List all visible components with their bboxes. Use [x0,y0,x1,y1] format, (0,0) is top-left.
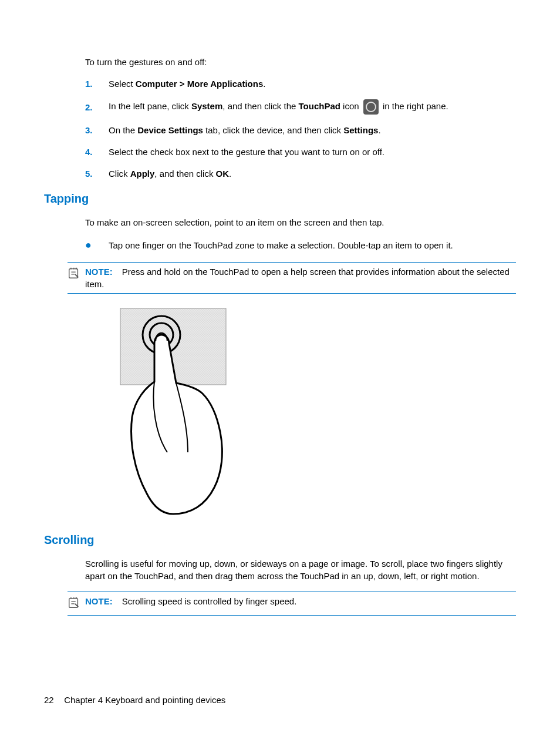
steps-list: 1. Select Computer > More Applications. … [85,78,516,180]
step-3: 3. On the Device Settings tab, click the… [85,124,516,136]
step-1: 1. Select Computer > More Applications. [85,78,516,90]
step-5: 5. Click Apply, and then click OK. [85,167,516,180]
bullet-text: Tap one finger on the TouchPad zone to m… [109,239,453,251]
tapping-heading: Tapping [44,190,516,207]
page-content: To turn the gestures on and off: 1. Sele… [44,56,516,625]
note-content: NOTE:Press and hold on the TouchPad to o… [85,266,516,290]
page-footer: 22 Chapter 4 Keyboard and pointing devic… [44,694,225,706]
note-label: NOTE: [85,267,113,277]
step-text: Click Apply, and then click OK. [109,167,516,180]
step-number: 3. [85,124,109,136]
chapter-label: Chapter 4 Keyboard and pointing devices [64,695,225,705]
bullet-dot: ● [85,238,109,253]
step-text: On the Device Settings tab, click the de… [109,124,516,136]
intro-text: To turn the gestures on and off: [85,56,516,68]
scrolling-note: NOTE:Scrolling speed is controlled by fi… [68,592,516,616]
step-2: 2. In the left pane, click System, and t… [85,99,516,115]
scrolling-heading: Scrolling [44,532,516,548]
step-number: 5. [85,167,109,180]
bullet-item: ● Tap one finger on the TouchPad zone to… [85,238,516,253]
scrolling-body: Scrolling is useful for moving up, down,… [85,557,516,582]
step-text: Select the check box next to the gesture… [109,146,516,158]
step-text: Select Computer > More Applications. [109,78,516,90]
step-text: In the left pane, click System, and then… [109,99,516,115]
tapping-body: To make an on-screen selection, point to… [85,216,516,228]
step-4: 4. Select the check box next to the gest… [85,146,516,158]
note-content: NOTE:Scrolling speed is controlled by fi… [85,595,516,607]
tapping-bullets: ● Tap one finger on the TouchPad zone to… [85,238,516,253]
note-icon [68,595,82,612]
tapping-gesture-image [117,305,516,520]
svg-rect-0 [69,269,78,278]
note-label: NOTE: [85,596,113,606]
step-number: 1. [85,78,109,90]
page-number: 22 [44,694,62,706]
step-number: 2. [85,101,109,113]
tapping-note: NOTE:Press and hold on the TouchPad to o… [68,262,516,294]
step-number: 4. [85,146,109,158]
note-icon [68,266,82,283]
touchpad-icon [363,99,379,115]
svg-rect-7 [69,599,78,608]
